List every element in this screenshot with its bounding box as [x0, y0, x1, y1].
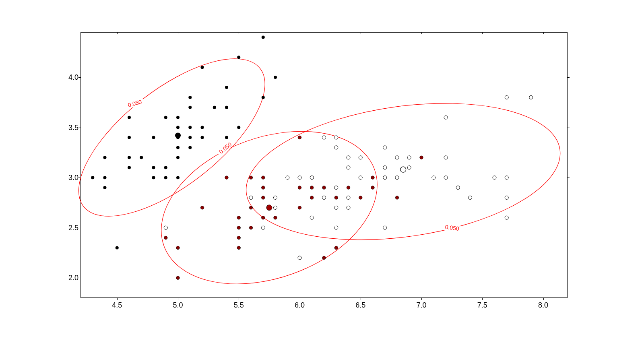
data-point	[188, 96, 192, 99]
data-point	[103, 176, 107, 179]
data-point	[310, 186, 314, 189]
data-point	[274, 216, 277, 219]
x-tick-label: 7.5	[477, 301, 487, 310]
data-point	[249, 206, 252, 209]
data-point	[225, 86, 228, 89]
y-tick-label: 2.0	[66, 274, 78, 282]
contour-label: 0.050	[445, 223, 460, 232]
data-point	[201, 126, 204, 129]
data-point	[176, 246, 180, 249]
data-point	[164, 166, 167, 169]
data-point	[225, 176, 228, 179]
data-point	[188, 106, 192, 109]
x-tick-label: 5.0	[173, 301, 183, 310]
data-point	[359, 176, 362, 180]
data-point	[395, 196, 398, 199]
data-point	[201, 66, 204, 69]
data-point	[249, 176, 252, 179]
data-point	[469, 196, 472, 199]
data-point	[334, 226, 338, 229]
data-point	[262, 216, 265, 219]
data-point	[298, 206, 301, 209]
data-point	[164, 236, 167, 239]
data-point	[505, 196, 508, 199]
data-point	[359, 156, 362, 159]
data-point	[249, 196, 253, 199]
x-tick-label: 7.0	[416, 301, 426, 310]
data-point	[237, 236, 240, 239]
x-tick-label: 4.5	[112, 301, 122, 310]
data-point	[213, 106, 216, 109]
data-point	[176, 116, 180, 119]
data-point	[347, 196, 350, 199]
data-point	[383, 176, 387, 180]
data-point	[493, 176, 496, 180]
data-point	[347, 156, 350, 159]
data-point	[444, 156, 448, 159]
centroid-marker	[266, 205, 272, 211]
data-point	[176, 146, 180, 149]
data-point	[395, 176, 399, 180]
data-point	[262, 176, 265, 179]
data-point	[164, 116, 167, 119]
data-point	[529, 95, 533, 99]
data-point	[383, 146, 387, 149]
data-point	[116, 246, 119, 249]
data-point	[395, 156, 399, 159]
data-point	[420, 156, 423, 159]
data-point	[262, 196, 265, 199]
data-point	[152, 166, 155, 169]
data-point	[237, 226, 240, 229]
data-point	[334, 246, 338, 249]
data-point	[371, 176, 374, 179]
centroid-marker	[175, 133, 181, 138]
data-point	[140, 156, 143, 159]
data-point	[505, 95, 508, 99]
data-point	[383, 166, 387, 169]
data-point	[310, 176, 314, 180]
data-point	[505, 176, 508, 180]
data-point	[164, 176, 167, 179]
data-point	[347, 166, 350, 169]
data-point	[298, 256, 301, 260]
data-point	[249, 226, 252, 229]
data-point	[432, 176, 436, 180]
data-point	[152, 176, 155, 179]
data-point	[347, 206, 350, 209]
data-point	[128, 166, 131, 169]
data-point	[262, 35, 265, 39]
data-point	[298, 176, 301, 180]
data-point	[103, 186, 107, 189]
data-point	[176, 276, 180, 279]
data-point	[286, 176, 289, 180]
data-point	[359, 196, 362, 199]
data-point	[505, 216, 508, 219]
data-point	[262, 186, 265, 189]
data-point	[188, 126, 192, 129]
y-tick-label: 4.0	[66, 73, 78, 82]
data-point	[444, 116, 448, 119]
data-point	[334, 146, 338, 149]
data-point	[310, 196, 314, 199]
x-tick-label: 5.5	[234, 301, 244, 310]
scatter-plot: 0.0500.0500.050	[80, 32, 568, 298]
data-point	[128, 156, 131, 159]
data-point	[444, 176, 448, 180]
x-tick-label: 8.0	[538, 301, 548, 310]
data-point	[225, 106, 228, 109]
data-point	[322, 256, 326, 259]
data-point	[237, 56, 240, 59]
data-point	[176, 176, 180, 179]
data-point	[201, 136, 204, 139]
data-point	[262, 96, 265, 99]
data-point	[261, 226, 265, 229]
x-tick-label: 6.0	[295, 301, 305, 310]
data-point	[188, 146, 192, 149]
data-point	[152, 136, 155, 139]
data-point	[237, 246, 240, 249]
x-tick-label: 6.5	[355, 301, 365, 310]
contour-ellipse	[54, 31, 290, 244]
data-point	[274, 206, 277, 209]
data-point	[334, 206, 338, 209]
data-point	[322, 136, 326, 139]
